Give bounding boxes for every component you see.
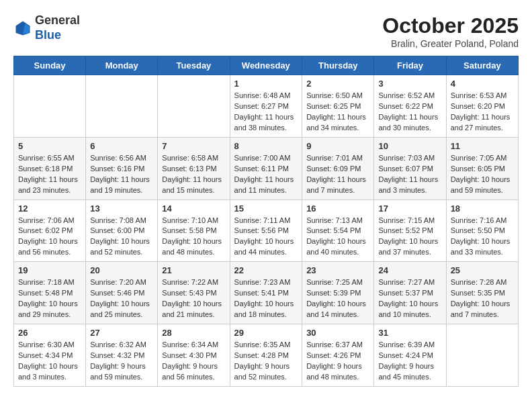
calendar-cell: 9Sunrise: 7:01 AM Sunset: 6:09 PM Daylig… (302, 137, 374, 199)
calendar-cell: 2Sunrise: 6:50 AM Sunset: 6:25 PM Daylig… (302, 75, 374, 138)
calendar-cell: 29Sunrise: 6:35 AM Sunset: 4:28 PM Dayli… (230, 324, 302, 387)
calendar-cell: 3Sunrise: 6:52 AM Sunset: 6:22 PM Daylig… (374, 75, 446, 138)
calendar-cell: 19Sunrise: 7:18 AM Sunset: 5:48 PM Dayli… (14, 262, 86, 324)
month-year: October 2025 (382, 13, 519, 38)
cell-content: Sunrise: 6:55 AM Sunset: 6:18 PM Dayligh… (18, 153, 81, 196)
calendar-cell: 16Sunrise: 7:13 AM Sunset: 5:54 PM Dayli… (302, 199, 374, 262)
calendar-cell: 6Sunrise: 6:56 AM Sunset: 6:16 PM Daylig… (86, 137, 158, 199)
day-header-monday: Monday (86, 56, 158, 75)
calendar-cell: 12Sunrise: 7:06 AM Sunset: 6:02 PM Dayli… (14, 199, 86, 262)
day-number: 24 (378, 265, 441, 275)
day-number: 5 (18, 141, 81, 151)
day-header-friday: Friday (374, 56, 446, 75)
cell-content: Sunrise: 6:35 AM Sunset: 4:28 PM Dayligh… (234, 340, 298, 383)
day-number: 4 (451, 79, 514, 89)
calendar-cell (158, 75, 230, 138)
week-row-2: 5Sunrise: 6:55 AM Sunset: 6:18 PM Daylig… (14, 137, 519, 199)
day-number: 7 (162, 141, 225, 151)
week-row-3: 12Sunrise: 7:06 AM Sunset: 6:02 PM Dayli… (14, 199, 519, 262)
day-number: 15 (234, 203, 298, 214)
day-number: 2 (306, 79, 369, 89)
cell-content: Sunrise: 7:28 AM Sunset: 5:35 PM Dayligh… (451, 277, 514, 320)
day-number: 21 (162, 265, 225, 275)
day-number: 17 (378, 203, 441, 214)
day-header-thursday: Thursday (302, 56, 374, 75)
cell-content: Sunrise: 7:08 AM Sunset: 6:00 PM Dayligh… (90, 216, 153, 259)
day-number: 30 (306, 328, 369, 338)
day-number: 11 (451, 141, 514, 151)
day-header-tuesday: Tuesday (158, 56, 230, 75)
cell-content: Sunrise: 7:11 AM Sunset: 5:56 PM Dayligh… (234, 216, 298, 259)
calendar-cell: 1Sunrise: 6:48 AM Sunset: 6:27 PM Daylig… (230, 75, 302, 138)
calendar-cell: 22Sunrise: 7:23 AM Sunset: 5:41 PM Dayli… (230, 262, 302, 324)
day-number: 13 (90, 203, 153, 214)
cell-content: Sunrise: 7:15 AM Sunset: 5:52 PM Dayligh… (378, 216, 441, 259)
week-row-1: 1Sunrise: 6:48 AM Sunset: 6:27 PM Daylig… (14, 75, 519, 138)
calendar-cell: 20Sunrise: 7:20 AM Sunset: 5:46 PM Dayli… (86, 262, 158, 324)
calendar-cell: 10Sunrise: 7:03 AM Sunset: 6:07 PM Dayli… (374, 137, 446, 199)
cell-content: Sunrise: 7:16 AM Sunset: 5:50 PM Dayligh… (451, 216, 514, 259)
day-number: 16 (306, 203, 369, 214)
cell-content: Sunrise: 7:05 AM Sunset: 6:05 PM Dayligh… (451, 153, 514, 196)
week-row-5: 26Sunrise: 6:30 AM Sunset: 4:34 PM Dayli… (14, 324, 519, 387)
day-header-row: SundayMondayTuesdayWednesdayThursdayFrid… (14, 56, 519, 75)
cell-content: Sunrise: 7:23 AM Sunset: 5:41 PM Dayligh… (234, 277, 298, 320)
cell-content: Sunrise: 7:06 AM Sunset: 6:02 PM Dayligh… (18, 216, 81, 259)
cell-content: Sunrise: 7:25 AM Sunset: 5:39 PM Dayligh… (306, 277, 369, 320)
day-number: 23 (306, 265, 369, 275)
cell-content: Sunrise: 7:00 AM Sunset: 6:11 PM Dayligh… (234, 153, 298, 196)
calendar-cell: 4Sunrise: 6:53 AM Sunset: 6:20 PM Daylig… (446, 75, 518, 138)
logo-text: General Blue (35, 13, 80, 42)
title-block: October 2025 Bralin, Greater Poland, Pol… (382, 13, 519, 49)
day-number: 28 (162, 328, 225, 338)
cell-content: Sunrise: 7:27 AM Sunset: 5:37 PM Dayligh… (378, 277, 441, 320)
day-number: 19 (18, 265, 81, 275)
calendar-cell: 27Sunrise: 6:32 AM Sunset: 4:32 PM Dayli… (86, 324, 158, 387)
day-number: 10 (378, 141, 441, 151)
cell-content: Sunrise: 7:13 AM Sunset: 5:54 PM Dayligh… (306, 216, 369, 259)
cell-content: Sunrise: 7:22 AM Sunset: 5:43 PM Dayligh… (162, 277, 225, 320)
calendar-cell: 15Sunrise: 7:11 AM Sunset: 5:56 PM Dayli… (230, 199, 302, 262)
calendar-cell: 5Sunrise: 6:55 AM Sunset: 6:18 PM Daylig… (14, 137, 86, 199)
calendar-cell: 14Sunrise: 7:10 AM Sunset: 5:58 PM Dayli… (158, 199, 230, 262)
calendar-cell: 23Sunrise: 7:25 AM Sunset: 5:39 PM Dayli… (302, 262, 374, 324)
cell-content: Sunrise: 7:10 AM Sunset: 5:58 PM Dayligh… (162, 216, 225, 259)
page-header: General Blue October 2025 Bralin, Greate… (13, 13, 519, 49)
cell-content: Sunrise: 6:34 AM Sunset: 4:30 PM Dayligh… (162, 340, 225, 383)
cell-content: Sunrise: 6:32 AM Sunset: 4:32 PM Dayligh… (90, 340, 153, 383)
cell-content: Sunrise: 6:50 AM Sunset: 6:25 PM Dayligh… (306, 91, 369, 134)
calendar-cell: 18Sunrise: 7:16 AM Sunset: 5:50 PM Dayli… (446, 199, 518, 262)
cell-content: Sunrise: 6:58 AM Sunset: 6:13 PM Dayligh… (162, 153, 225, 196)
logo: General Blue (13, 13, 80, 42)
day-number: 14 (162, 203, 225, 214)
calendar-cell: 24Sunrise: 7:27 AM Sunset: 5:37 PM Dayli… (374, 262, 446, 324)
cell-content: Sunrise: 6:53 AM Sunset: 6:20 PM Dayligh… (451, 91, 514, 134)
cell-content: Sunrise: 7:20 AM Sunset: 5:46 PM Dayligh… (90, 277, 153, 320)
cell-content: Sunrise: 6:37 AM Sunset: 4:26 PM Dayligh… (306, 340, 369, 383)
calendar-cell: 28Sunrise: 6:34 AM Sunset: 4:30 PM Dayli… (158, 324, 230, 387)
calendar-cell (86, 75, 158, 138)
day-number: 1 (234, 79, 298, 89)
day-header-sunday: Sunday (14, 56, 86, 75)
cell-content: Sunrise: 7:01 AM Sunset: 6:09 PM Dayligh… (306, 153, 369, 196)
cell-content: Sunrise: 6:52 AM Sunset: 6:22 PM Dayligh… (378, 91, 441, 134)
calendar-cell (14, 75, 86, 138)
day-number: 25 (451, 265, 514, 275)
cell-content: Sunrise: 7:18 AM Sunset: 5:48 PM Dayligh… (18, 277, 81, 320)
day-number: 27 (90, 328, 153, 338)
cell-content: Sunrise: 6:48 AM Sunset: 6:27 PM Dayligh… (234, 91, 298, 134)
calendar-table: SundayMondayTuesdayWednesdayThursdayFrid… (13, 56, 519, 387)
day-number: 18 (451, 203, 514, 214)
cell-content: Sunrise: 7:03 AM Sunset: 6:07 PM Dayligh… (378, 153, 441, 196)
calendar-cell: 17Sunrise: 7:15 AM Sunset: 5:52 PM Dayli… (374, 199, 446, 262)
logo-icon (13, 19, 32, 38)
day-number: 12 (18, 203, 81, 214)
calendar-cell: 25Sunrise: 7:28 AM Sunset: 5:35 PM Dayli… (446, 262, 518, 324)
day-number: 9 (306, 141, 369, 151)
calendar-cell: 13Sunrise: 7:08 AM Sunset: 6:00 PM Dayli… (86, 199, 158, 262)
cell-content: Sunrise: 6:56 AM Sunset: 6:16 PM Dayligh… (90, 153, 153, 196)
calendar-cell: 21Sunrise: 7:22 AM Sunset: 5:43 PM Dayli… (158, 262, 230, 324)
day-number: 3 (378, 79, 441, 89)
day-number: 6 (90, 141, 153, 151)
calendar-cell: 30Sunrise: 6:37 AM Sunset: 4:26 PM Dayli… (302, 324, 374, 387)
